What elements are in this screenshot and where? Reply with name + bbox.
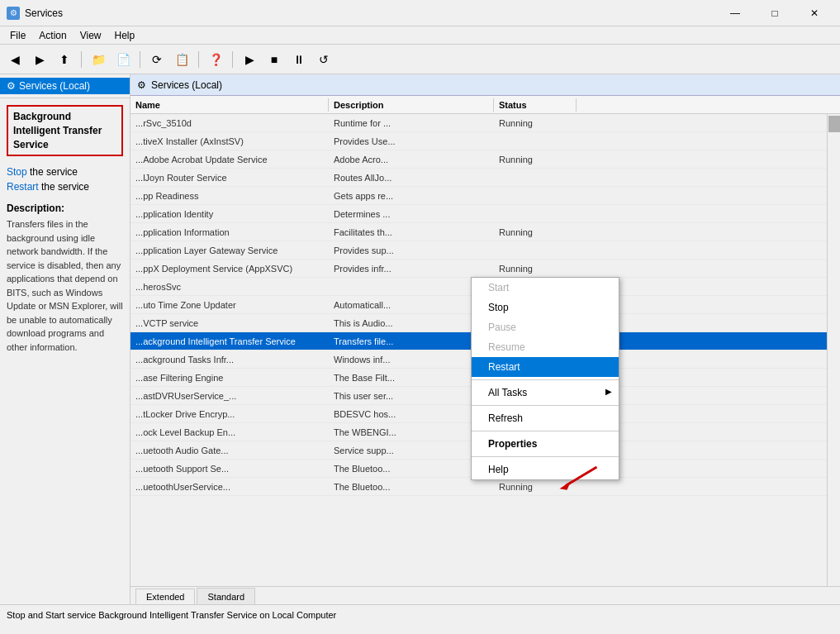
context-menu: Start Stop Pause Resume Restart All Task… bbox=[471, 277, 619, 480]
minimize-button[interactable]: — bbox=[716, 0, 754, 26]
toolbar-back[interactable]: ◀ bbox=[3, 48, 26, 71]
toolbar-sep2 bbox=[140, 51, 140, 68]
service-row-20[interactable]: ...uetoothUserService...The Bluetoo...Ru… bbox=[131, 478, 840, 496]
ctx-stop[interactable]: Stop bbox=[472, 298, 619, 317]
service-row-5[interactable]: ...pplication IdentityDetermines ... bbox=[131, 205, 840, 223]
svc-desc-1: Provides Use... bbox=[329, 136, 494, 146]
stop-line: Stop the service bbox=[7, 166, 123, 178]
svc-desc-10: Automaticall... bbox=[329, 300, 494, 310]
main-area: ⚙ Services (Local) Background Intelligen… bbox=[0, 74, 840, 604]
close-button[interactable]: ✕ bbox=[795, 0, 833, 26]
svc-status-20: Running bbox=[494, 482, 577, 492]
col-header-desc[interactable]: Description bbox=[329, 98, 494, 112]
svc-desc-4: Gets apps re... bbox=[329, 191, 494, 201]
svc-name-16: ...tLocker Drive Encryp... bbox=[131, 409, 329, 419]
action-panel: Background Intelligent Transfer Service … bbox=[0, 98, 130, 604]
service-row-4[interactable]: ...pp ReadinessGets apps re... bbox=[131, 187, 840, 205]
svc-desc-3: Routes AllJo... bbox=[329, 173, 494, 183]
tab-standard[interactable]: Standard bbox=[197, 588, 255, 604]
toolbar: ◀ ▶ ⬆ 📁 📄 ⟳ 📋 ❓ ▶ ■ ⏸ ↺ bbox=[0, 45, 840, 74]
service-row-6[interactable]: ...pplication InformationFacilitates th.… bbox=[131, 223, 840, 241]
svc-status-0: Running bbox=[494, 118, 577, 128]
toolbar-help[interactable]: ❓ bbox=[204, 48, 227, 71]
status-bar: Stop and Start service Background Intell… bbox=[0, 604, 840, 624]
svc-desc-6: Facilitates th... bbox=[329, 227, 494, 237]
svc-name-2: ...Adobe Acrobat Update Service bbox=[131, 155, 329, 164]
svc-name-1: ...tiveX Installer (AxInstSV) bbox=[131, 136, 329, 146]
menu-action[interactable]: Action bbox=[32, 28, 73, 43]
window-controls: — □ ✕ bbox=[716, 0, 833, 26]
svc-desc-8: Provides infr... bbox=[329, 264, 494, 274]
svc-name-9: ...herosSvc bbox=[131, 282, 329, 292]
service-row-3[interactable]: ...lJoyn Router ServiceRoutes AllJo... bbox=[131, 169, 840, 187]
description-section: Description: Transfers files in the back… bbox=[7, 203, 123, 354]
toolbar-show-text[interactable]: 📄 bbox=[112, 48, 135, 71]
ctx-restart[interactable]: Restart bbox=[472, 357, 619, 377]
scope-services-local[interactable]: ⚙ Services (Local) bbox=[0, 78, 130, 94]
service-name-box: Background Intelligent Transfer Service bbox=[7, 105, 123, 156]
svc-desc-18: Service supp... bbox=[329, 446, 494, 455]
ctx-resume[interactable]: Resume bbox=[472, 337, 619, 357]
svc-desc-11: This is Audio... bbox=[329, 318, 494, 328]
restart-line: Restart the service bbox=[7, 181, 123, 193]
ctx-all-tasks[interactable]: All Tasks bbox=[472, 383, 619, 403]
svc-desc-20: The Bluetoo... bbox=[329, 482, 494, 492]
left-panel: ⚙ Services (Local) Background Intelligen… bbox=[0, 74, 131, 604]
ctx-refresh[interactable]: Refresh bbox=[472, 408, 619, 428]
toolbar-start[interactable]: ▶ bbox=[238, 48, 261, 71]
restart-line-text: the service bbox=[39, 181, 89, 193]
menu-view[interactable]: View bbox=[74, 28, 108, 43]
toolbar-restart[interactable]: ↺ bbox=[312, 48, 335, 71]
ctx-sep4 bbox=[472, 456, 619, 457]
ctx-pause[interactable]: Pause bbox=[472, 317, 619, 337]
svc-name-17: ...ock Level Backup En... bbox=[131, 427, 329, 437]
toolbar-up[interactable]: ⬆ bbox=[53, 48, 76, 71]
scope-pane: ⚙ Services (Local) bbox=[0, 74, 130, 98]
svc-name-20: ...uetoothUserService... bbox=[131, 482, 329, 492]
ctx-start[interactable]: Start bbox=[472, 278, 619, 298]
col-header-status[interactable]: Status bbox=[494, 98, 577, 112]
toolbar-pause[interactable]: ⏸ bbox=[287, 48, 311, 71]
service-name-text: Background Intelligent Transfer Service bbox=[13, 111, 102, 150]
tab-extended[interactable]: Extended bbox=[135, 589, 195, 604]
desc-text: Transfers files in the background using … bbox=[7, 217, 123, 354]
toolbar-export[interactable]: 📋 bbox=[170, 48, 193, 71]
services-header-label: Services (Local) bbox=[151, 79, 222, 91]
svc-desc-16: BDESVC hos... bbox=[329, 409, 494, 419]
ctx-help[interactable]: Help bbox=[472, 460, 619, 479]
restart-link[interactable]: Restart bbox=[7, 181, 39, 193]
status-text: Stop and Start service Background Intell… bbox=[7, 610, 336, 620]
toolbar-forward[interactable]: ▶ bbox=[28, 48, 51, 71]
services-header: ⚙ Services (Local) bbox=[131, 74, 840, 96]
svc-name-0: ...rSvc_3510d bbox=[131, 118, 329, 128]
menu-help[interactable]: Help bbox=[108, 28, 142, 43]
svc-desc-17: The WBENGI... bbox=[329, 427, 494, 437]
svc-status-6: Running bbox=[494, 227, 577, 237]
svc-name-11: ...VCTP service bbox=[131, 318, 329, 328]
stop-link[interactable]: Stop bbox=[7, 166, 27, 178]
maximize-button[interactable]: □ bbox=[756, 0, 794, 26]
svc-desc-2: Adobe Acro... bbox=[329, 155, 494, 164]
service-row-1[interactable]: ...tiveX Installer (AxInstSV)Provides Us… bbox=[131, 132, 840, 150]
toolbar-sep1 bbox=[81, 51, 82, 68]
toolbar-stop[interactable]: ■ bbox=[263, 48, 286, 71]
svc-desc-14: The Base Filt... bbox=[329, 373, 494, 383]
service-row-2[interactable]: ...Adobe Acrobat Update ServiceAdobe Acr… bbox=[131, 150, 840, 169]
svc-name-19: ...uetooth Support Se... bbox=[131, 464, 329, 474]
col-header-name[interactable]: Name bbox=[131, 98, 329, 112]
scrollbar[interactable] bbox=[827, 114, 840, 586]
menu-file[interactable]: File bbox=[3, 28, 32, 43]
ctx-properties-header[interactable]: Properties bbox=[472, 434, 619, 454]
service-row-8[interactable]: ...ppX Deployment Service (AppXSVC)Provi… bbox=[131, 260, 840, 278]
svc-name-18: ...uetooth Audio Gate... bbox=[131, 446, 329, 455]
toolbar-sep3 bbox=[198, 51, 199, 68]
service-row-0[interactable]: ...rSvc_3510dRuntime for ...Running bbox=[131, 114, 840, 132]
svc-name-6: ...pplication Information bbox=[131, 227, 329, 237]
toolbar-show-hide[interactable]: 📁 bbox=[87, 48, 110, 71]
toolbar-refresh[interactable]: ⟳ bbox=[145, 48, 168, 71]
ctx-sep3 bbox=[472, 431, 619, 431]
svc-desc-12: Transfers file... bbox=[329, 336, 494, 346]
service-row-7[interactable]: ...pplication Layer Gateway ServiceProvi… bbox=[131, 241, 840, 260]
svc-name-12: ...ackground Intelligent Transfer Servic… bbox=[131, 336, 329, 346]
app-icon: ⚙ bbox=[7, 7, 20, 20]
